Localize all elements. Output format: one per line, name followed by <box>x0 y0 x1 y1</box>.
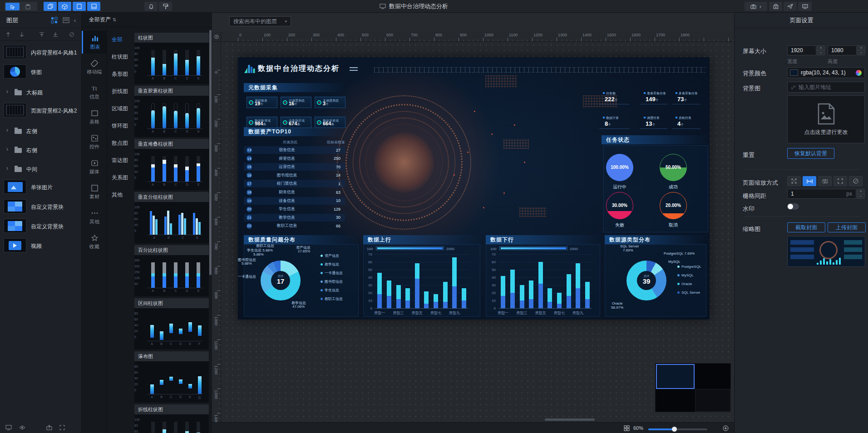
screen-width-input[interactable]: 1920 <box>787 45 816 55</box>
canvas-layer-search[interactable]: 搜索画布中的图层 ▾ <box>229 16 291 26</box>
assets-scrollbar[interactable] <box>209 30 212 275</box>
scale-mode-fit-height-button[interactable] <box>818 176 832 186</box>
lock-layer-icon[interactable] <box>69 32 74 37</box>
layer-item[interactable]: 自定义背景块 <box>0 217 82 236</box>
canvas-area[interactable]: 搜索画布中的图层 ▾ 01002003004005006007008009001… <box>212 13 734 433</box>
3d-view-button[interactable] <box>58 2 71 11</box>
width-stepper[interactable]: +− <box>817 45 825 55</box>
assets-tab-图表[interactable]: 图表 <box>82 31 107 54</box>
layer-item[interactable]: ›大标题 <box>0 82 82 101</box>
collapse-layers-icon[interactable]: ‹ <box>74 17 76 24</box>
datazoom-slider[interactable] <box>376 246 444 250</box>
layer-item[interactable]: 内容背景框4-风格1 <box>0 43 82 63</box>
monitor-icon[interactable] <box>5 425 12 430</box>
height-stepper[interactable]: +− <box>857 45 865 55</box>
bar-segment-top <box>585 282 590 299</box>
bg-image-url-input[interactable]: 输入图片地址 <box>787 82 865 93</box>
publish-button[interactable] <box>784 2 797 11</box>
zoom-in-icon[interactable] <box>723 425 729 431</box>
layer-item[interactable]: 饼图 <box>0 63 82 82</box>
assets-tab-表格[interactable]: 表格 <box>82 106 107 128</box>
horizontal-scrollbar[interactable] <box>545 418 595 421</box>
grid-toggle-icon[interactable] <box>624 425 630 431</box>
bg-color-field[interactable]: rgba(10, 24, 43, 1) <box>787 67 865 78</box>
assets-tab-信息[interactable]: Tt信息 <box>82 81 107 103</box>
scale-mode-fit-width-button[interactable] <box>803 176 816 186</box>
minimap-viewport[interactable] <box>656 364 695 389</box>
asset-card-百分比柱状图[interactable]: 百分比柱状图35030025010050ABCDE <box>134 245 209 296</box>
datazoom-slider[interactable] <box>499 246 567 250</box>
minimap[interactable] <box>655 363 731 412</box>
assets-category-雷达图[interactable]: 雷达图 <box>107 153 133 168</box>
eye-icon[interactable] <box>19 425 25 430</box>
theme-button[interactable] <box>159 2 172 11</box>
asset-card-柱状图[interactable]: 柱状图1008060400ABCDE <box>134 33 209 84</box>
assets-category-其他[interactable]: 其他 <box>107 187 133 202</box>
assets-category-条形图[interactable]: 条形图 <box>107 66 133 82</box>
layer-item[interactable]: ›中间 <box>0 159 82 178</box>
frame-button[interactable] <box>73 2 86 11</box>
layer-item[interactable]: 页面背景框2-风格2 <box>0 101 82 121</box>
asset-card-垂直胶囊柱状图[interactable]: 垂直胶囊柱状图1008060400ABCDE <box>134 86 209 137</box>
assets-tab-媒体[interactable]: 媒体 <box>82 156 107 178</box>
grid-gap-stepper[interactable]: +− <box>857 189 865 199</box>
asset-card-瀑布图[interactable]: 瀑布图806040200ABCDE总 <box>134 351 209 403</box>
preview-bar <box>836 260 838 265</box>
scale-mode-stretch-button[interactable] <box>787 176 801 186</box>
save-button[interactable] <box>21 3 35 10</box>
select-tool-button[interactable] <box>5 3 20 10</box>
list-view-icon[interactable] <box>63 17 69 24</box>
assets-category-饼环图[interactable]: 饼环图 <box>107 118 133 133</box>
assets-category-散点图[interactable]: 散点图 <box>107 135 133 151</box>
asset-card-折线柱状图[interactable]: 折线柱状图1008060400ABCDE <box>134 404 209 433</box>
capture-cover-button[interactable]: 截取封面 <box>787 222 825 232</box>
upload-cover-button[interactable]: 上传封面 <box>828 222 866 232</box>
package-button[interactable] <box>769 2 782 11</box>
assets-tab-其他[interactable]: 其他 <box>82 206 107 228</box>
snapshot-button[interactable]: › <box>745 2 767 11</box>
layer-item[interactable]: 单张图片 <box>0 178 82 197</box>
layer-item[interactable]: ›左侧 <box>0 121 82 140</box>
zoom-slider[interactable] <box>648 428 707 430</box>
asset-card-垂直堆叠柱状图[interactable]: 垂直堆叠柱状图1008060400ABCDE <box>134 139 209 190</box>
screen-height-input[interactable]: 1080 <box>828 45 857 55</box>
asset-card-区间柱状图[interactable]: 区间柱状图806040200ABCDEF <box>134 298 209 349</box>
scale-mode-none-button[interactable] <box>849 176 863 186</box>
copy-layer-button[interactable] <box>44 2 57 11</box>
grid-view-icon[interactable] <box>51 17 58 24</box>
assets-category-关系图[interactable]: 关系图 <box>107 170 133 185</box>
bg-image-upload-box[interactable]: 点击这里进行更改 <box>787 95 865 143</box>
assets-category-柱状图[interactable]: 柱状图 <box>107 49 133 64</box>
asset-card-垂直分组柱状图[interactable]: 垂直分组柱状图1008060400ABCD <box>134 192 209 243</box>
move-up-icon[interactable] <box>5 32 11 37</box>
layer-item[interactable]: ›右侧 <box>0 140 82 159</box>
assets-tab-控件[interactable]: 控件 <box>82 131 107 153</box>
grid-gap-input[interactable]: 1 px <box>787 189 856 199</box>
move-down-icon[interactable] <box>19 32 25 37</box>
assets-category-全部[interactable]: 全部 <box>107 32 133 47</box>
mini-axis-label: 0 <box>134 176 144 179</box>
ruler-origin-toggle[interactable] <box>212 32 221 42</box>
assets-tab-素材[interactable]: 素材 <box>82 181 107 203</box>
layout-button[interactable] <box>87 2 100 11</box>
assets-category-折线图[interactable]: 折线图 <box>107 84 133 99</box>
restore-default-bg-button[interactable]: 恢复默认背景 <box>787 148 834 159</box>
sort-icon[interactable]: ⇅ <box>113 17 116 22</box>
dashboard-artboard[interactable]: 数据中台治理动态分析元数据采集数据资产TOP10数据质量问题分布数据上行数据下行… <box>238 57 710 320</box>
export-icon[interactable] <box>46 425 52 430</box>
layer-item[interactable]: 自定义背景块 <box>0 197 82 217</box>
move-top-icon[interactable] <box>39 32 44 37</box>
assets-tab-收藏[interactable]: 收藏 <box>82 231 107 253</box>
layer-item[interactable]: 视频 <box>0 236 82 256</box>
alarm-button[interactable] <box>144 2 158 11</box>
preview-button[interactable] <box>798 2 812 11</box>
zoom-slider-knob[interactable] <box>672 427 677 432</box>
watermark-toggle[interactable] <box>787 203 799 210</box>
color-picker-icon[interactable] <box>856 70 862 76</box>
assets-category-区域图[interactable]: 区域图 <box>107 101 133 116</box>
move-bottom-icon[interactable] <box>53 32 58 37</box>
expand-icon[interactable] <box>59 425 65 430</box>
color-swatch[interactable] <box>790 69 798 76</box>
scale-mode-full-button[interactable] <box>833 176 847 186</box>
assets-tab-移动端[interactable]: 移动端 <box>82 56 107 79</box>
